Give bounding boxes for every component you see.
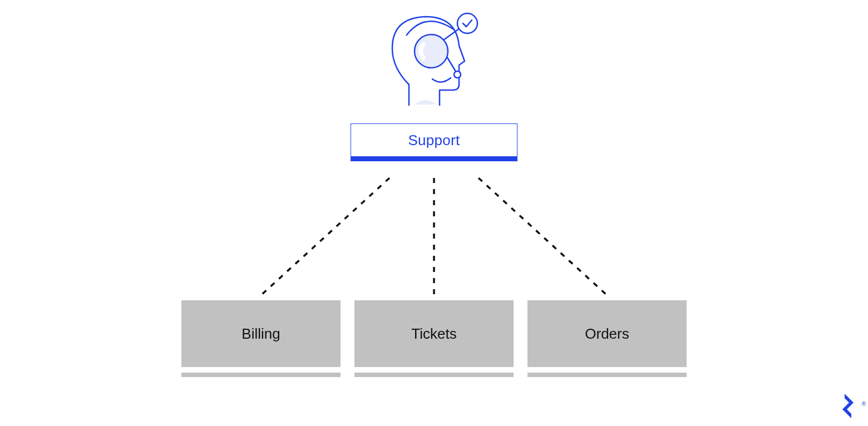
child-node-billing: Billing: [181, 300, 341, 367]
support-agent-icon: [381, 7, 487, 112]
child-node-underline: [354, 373, 514, 377]
svg-line-7: [479, 178, 606, 295]
svg-point-1: [454, 71, 461, 78]
child-node-label: Orders: [585, 325, 629, 343]
svg-line-5: [262, 178, 389, 295]
svg-point-4: [457, 13, 477, 33]
child-node-underline: [527, 373, 687, 377]
toptal-logo-icon: [835, 393, 861, 419]
registered-mark: ®: [862, 401, 866, 407]
root-node-label: Support: [408, 132, 460, 149]
root-node-support: Support: [351, 123, 517, 157]
child-node-underline: [181, 373, 341, 377]
child-node-orders: Orders: [527, 300, 687, 367]
child-node-label: Tickets: [411, 325, 456, 343]
child-node-label: Billing: [241, 325, 280, 343]
child-node-tickets: Tickets: [354, 300, 514, 367]
diagram-canvas: Support Billing Tickets Orders ®: [0, 0, 868, 426]
root-node-underline: [351, 157, 517, 161]
